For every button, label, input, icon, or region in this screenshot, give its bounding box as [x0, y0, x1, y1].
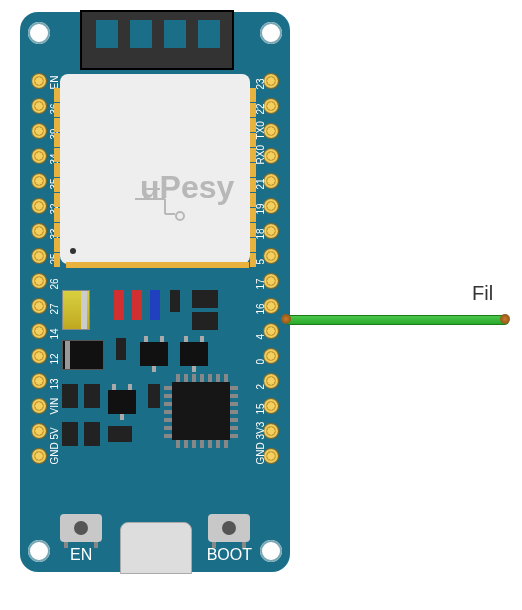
- pin-left-13: [32, 374, 46, 388]
- esp32-module-shield: uPesy: [60, 74, 250, 264]
- shield-pad-left-7: [54, 193, 60, 207]
- shield-pad-left-10: [54, 238, 60, 252]
- shield-pad-bottom-12: [222, 262, 236, 268]
- pin-label-right-5: 19: [255, 203, 266, 214]
- pin-label-right-1: 22: [255, 103, 266, 114]
- pin-right-3V3: [264, 424, 278, 438]
- pin-label-right-4: 21: [255, 178, 266, 189]
- smd-comp-5: [62, 384, 78, 408]
- shield-pad-right-0: [250, 88, 256, 102]
- tantalum-cap: [62, 290, 90, 330]
- smd-resistor-red-2: [132, 290, 142, 320]
- en-button[interactable]: [60, 514, 102, 542]
- pin-left-26: [32, 274, 46, 288]
- pin-label-right-13: 15: [255, 403, 266, 414]
- usb-c-port: [120, 522, 192, 574]
- smd-comp-2: [192, 290, 218, 308]
- pin-label-left-10: 14: [49, 328, 60, 339]
- pin-left-27: [32, 299, 46, 313]
- pin-left-32: [32, 199, 46, 213]
- pin-label-left-13: VIN: [49, 398, 60, 415]
- pin-label-right-8: 17: [255, 278, 266, 289]
- pin-left-12: [32, 349, 46, 363]
- shield-pad-left-11: [54, 253, 60, 267]
- pin-left-EN: [32, 74, 46, 88]
- pin-right-21: [264, 174, 278, 188]
- en-button-label: EN: [70, 546, 92, 564]
- shield-pad-right-4: [250, 148, 256, 162]
- shield-pad-left-0: [54, 88, 60, 102]
- shield-pad-right-2: [250, 118, 256, 132]
- shield-pad-bottom-5: [131, 262, 145, 268]
- shield-pad-right-1: [250, 103, 256, 117]
- esp32-board: uPesy EN BOOT EN23362239TX034RX035213219…: [20, 12, 290, 572]
- shield-pad-left-5: [54, 163, 60, 177]
- pin-right-18: [264, 224, 278, 238]
- pin-label-right-7: 5: [255, 259, 266, 265]
- pin-label-right-12: 2: [255, 384, 266, 390]
- pin-right-17: [264, 274, 278, 288]
- shield-pad-bottom-4: [118, 262, 132, 268]
- shield-pad-bottom-13: [235, 262, 249, 268]
- smd-resistor-blue: [150, 290, 160, 320]
- smd-comp-1: [170, 290, 180, 312]
- pin-label-right-0: 23: [255, 78, 266, 89]
- shield-pad-bottom-7: [157, 262, 171, 268]
- shield-pad-left-2: [54, 118, 60, 132]
- pin-right-16: [264, 299, 278, 313]
- pin-label-left-11: 12: [49, 353, 60, 364]
- shield-pad-bottom-8: [170, 262, 184, 268]
- boot-button-label: BOOT: [207, 546, 252, 564]
- pin-right-19: [264, 199, 278, 213]
- shield-pad-left-1: [54, 103, 60, 117]
- pin-left-36: [32, 99, 46, 113]
- sot-transistor-2: [180, 342, 208, 366]
- board-logo-text: uPesy: [140, 169, 234, 206]
- pin-left-35: [32, 174, 46, 188]
- pin-right-22: [264, 99, 278, 113]
- shield-pad-left-8: [54, 208, 60, 222]
- pin-right-GND: [264, 449, 278, 463]
- pin-right-2: [264, 374, 278, 388]
- shield-pad-right-9: [250, 223, 256, 237]
- pin-label-right-14: 3V3: [255, 422, 266, 440]
- smd-comp-10: [108, 426, 132, 442]
- mount-hole-br: [260, 540, 282, 562]
- smd-resistor-red-1: [114, 290, 124, 320]
- svg-point-0: [176, 212, 184, 220]
- shield-pad-right-3: [250, 133, 256, 147]
- mount-hole-tl: [28, 22, 50, 44]
- pin-left-39: [32, 124, 46, 138]
- boot-button[interactable]: [208, 514, 250, 542]
- sot-transistor-1: [140, 342, 168, 366]
- mount-hole-tr: [260, 22, 282, 44]
- pin-left-25: [32, 249, 46, 263]
- shield-pad-bottom-9: [183, 262, 197, 268]
- diode: [62, 340, 104, 370]
- shield-pad-right-5: [250, 163, 256, 177]
- usb-bridge-ic: [172, 382, 230, 440]
- pin-label-right-9: 16: [255, 303, 266, 314]
- smd-comp-4: [116, 338, 126, 360]
- shield-pad-right-8: [250, 208, 256, 222]
- pin-label-right-6: 18: [255, 228, 266, 239]
- pin-left-14: [32, 324, 46, 338]
- pin-label-left-14: 5V: [49, 427, 60, 439]
- smd-comp-6: [84, 384, 100, 408]
- wire-label: Fil: [472, 282, 493, 305]
- smd-comp-7: [148, 384, 160, 408]
- shield-pad-right-11: [250, 253, 256, 267]
- jumper-wire: [285, 315, 509, 325]
- shield-pad-bottom-11: [209, 262, 223, 268]
- smd-comp-9: [84, 422, 100, 446]
- shield-pad-left-4: [54, 148, 60, 162]
- shield-pad-left-3: [54, 133, 60, 147]
- pin-label-left-8: 26: [49, 278, 60, 289]
- pin-right-TX0: [264, 124, 278, 138]
- pcb-antenna: [80, 10, 234, 70]
- pin-right-4: [264, 324, 278, 338]
- pin-right-RX0: [264, 149, 278, 163]
- smd-comp-3: [192, 312, 218, 330]
- pin1-dot: [70, 248, 76, 254]
- pin-left-5V: [32, 424, 46, 438]
